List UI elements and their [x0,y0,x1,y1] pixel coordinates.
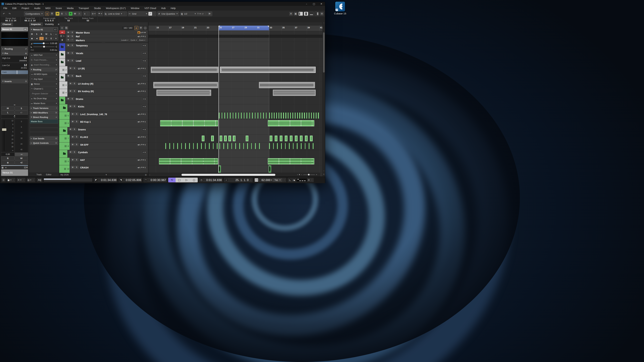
bars-beats-display[interactable]: ♩ 25. 1. 1. 0 ⋮ [224,178,253,182]
phase-icon[interactable]: ≋ [144,59,146,62]
midi-hit-event[interactable] [271,112,272,119]
midi-hit-event[interactable] [313,112,314,119]
read-button[interactable]: R [141,159,142,161]
section-routing[interactable]: ►Routing⇄ [1,47,28,51]
routing-row-no-drum-map[interactable]: ≍No Drum Map▼ [30,96,58,101]
track-row-sn-eff[interactable]: 8MSSN EFF●LRW≣ [59,142,148,150]
solo-button[interactable]: S [72,89,76,92]
mute-button[interactable]: M [71,158,74,161]
tempo-track-icon[interactable]: ♪↕ [255,178,258,182]
solo-button[interactable]: S [75,158,78,161]
write-button[interactable]: W [142,166,144,169]
ctrl-R[interactable]: R [142,31,144,34]
midi-hit-event[interactable] [306,112,307,119]
read-button[interactable]: R [141,82,142,85]
tempo-group[interactable]: ♪↕ 62.000 ▲▼ Tap▼ ⋮ [254,178,286,182]
filter-icon[interactable]: ∇ [50,12,54,15]
menu-midi[interactable]: MIDI [43,6,53,10]
left-zone-toggle[interactable] [298,12,303,16]
listen-button[interactable]: L [139,113,140,115]
track-row-bd-kup-1[interactable]: 6MSBD Kup 1●LRW≣ [59,119,148,127]
midi-hit-event[interactable] [227,143,228,149]
inspector-icon-button[interactable]: ∗ [54,37,58,40]
group-edit-icon[interactable]: = [142,98,144,100]
track-row-cymbals[interactable]: MSCymbals=≋ [59,150,148,158]
add-cycle-marker-button[interactable]: ⚐ [70,38,74,41]
midi-hit-event[interactable] [316,112,317,119]
event-lane-lv-andrey-r-[interactable] [148,81,322,89]
click-gear-icon[interactable]: ⚙ [308,179,310,181]
midi-hit-event[interactable] [255,143,256,149]
phase-icon[interactable]: ≋ [144,44,146,46]
audio-event[interactable] [151,67,218,73]
routing-row-any-input[interactable]: ◠Any Input▼ [30,77,58,81]
solo-button[interactable]: S [75,112,78,115]
snare-hit-event[interactable] [300,136,302,141]
channel-le-l-button[interactable]: L [1,111,14,114]
audio-record-mode-group[interactable]: ♒▼⋮ [17,178,25,182]
midi-hit-event[interactable] [244,112,245,119]
midi-hit-event[interactable] [259,143,260,149]
track-color-cell[interactable] [59,97,66,104]
mute-button[interactable]: M [66,31,70,34]
midi-hit-event[interactable] [223,143,224,149]
event-lane-lev2-drumloop-140-78[interactable] [148,112,322,120]
lanes-icon[interactable]: ≣ [144,113,146,115]
midi-hit-event[interactable] [227,112,228,119]
listen-button[interactable]: L [139,143,140,146]
eq-curve-display[interactable] [1,32,28,46]
snap-link-to-grid[interactable]: ⧎ Link to Grid▼ ⋮ [104,11,127,16]
track-search-icon[interactable]: ○ [144,26,147,30]
snare-hit-event[interactable] [202,136,204,141]
event-lane-ref[interactable] [148,34,322,38]
grid-type-dropdown[interactable]: ✂ Grid▼ ⟋ ⋮ [128,11,156,16]
lanes-icon[interactable]: ≣ [144,35,146,37]
solo-button[interactable]: S [75,120,78,123]
solo-button[interactable]: S [72,82,76,85]
scroll-left-icon[interactable]: ‹ [148,174,151,176]
listen-button[interactable]: L [139,120,140,123]
primary-time-display[interactable]: ◷ 0:01:34.838 [199,178,222,182]
add-track-button[interactable]: + [60,26,64,30]
track-color-cell[interactable]: 3 [62,81,68,89]
snare-hit-event[interactable] [246,136,248,141]
midi-hit-event[interactable] [247,143,248,149]
snap-toggle-icon[interactable]: ⟋ [148,12,152,15]
channel-ms-m-button[interactable]: M [1,106,14,110]
metronome-icon[interactable]: ▣ [294,12,298,15]
mute-button[interactable]: M [66,74,70,77]
write-button[interactable]: W [142,159,144,161]
inspector-icon-button[interactable]: ⚿ [44,37,49,40]
midi-hit-event[interactable] [243,143,244,149]
phase-icon[interactable]: ≋ [144,52,146,54]
audio-event[interactable] [156,90,211,96]
solo-button[interactable]: S [72,105,76,108]
group-edit-icon[interactable]: = [142,105,144,108]
menu-score[interactable]: Score [53,6,64,10]
audio-event[interactable] [153,82,218,88]
solo-button[interactable]: S [70,74,74,77]
minimize-button[interactable]: – [303,2,310,6]
track-list-footer[interactable]: My 2026 ▼ ⚙ [59,173,148,177]
group-edit-icon[interactable]: = [142,151,144,153]
midi-hit-event[interactable] [205,143,206,149]
section-quick-controls[interactable]: ►Quick Controls⊟ [30,141,58,145]
playhead-cursor[interactable] [218,26,219,173]
lanes-icon[interactable]: ≣ [144,82,146,85]
event-lane-markers[interactable] [148,38,322,42]
track-row-klak2[interactable]: 7MSKLAK2●LRW≣ [59,135,148,142]
track-color-cell[interactable] [62,150,68,158]
phase-icon[interactable]: ≋ [144,98,146,100]
midi-hit-event[interactable] [308,143,310,149]
autoscroll-group[interactable]: ⇟⋮ [83,11,90,16]
snare-hit-event[interactable] [228,136,231,141]
horizontal-zoom-slider[interactable]: ›▼−+ [297,173,317,176]
track-row-lv-r-[interactable]: 2MSLV (R)●LRW≣ [59,66,148,74]
routing-row-master-buss[interactable]: ↦Master Buss▼ [30,101,58,106]
mute-button[interactable]: M [68,82,72,85]
track-row-snares[interactable]: MSSnares=≋ [59,127,148,135]
mute-button[interactable]: M [68,89,72,92]
write-button[interactable]: W [142,67,144,69]
track-color-cell[interactable]: 2 [62,66,68,74]
track-color-cell[interactable] [59,74,66,81]
